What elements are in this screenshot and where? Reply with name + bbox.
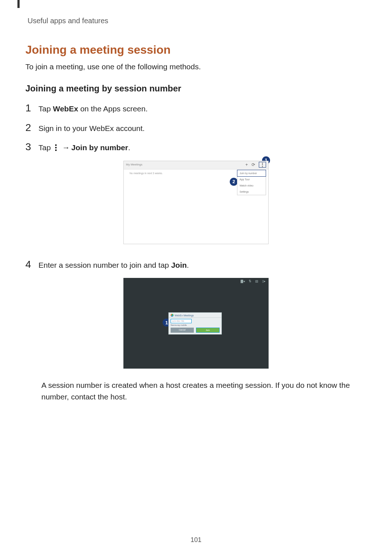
no-meetings-label: No meetings in next 3 weeks. [130, 172, 163, 175]
refresh-icon[interactable]: ⟳ [252, 162, 255, 167]
step4-pre: Enter a session number to join and tap [38, 261, 171, 269]
status-icon: ▤ [255, 279, 258, 283]
screenshot-header-title: My Meetings [126, 163, 142, 166]
add-icon[interactable]: + [245, 162, 248, 167]
step1-bold: WebEx [53, 104, 78, 113]
menu-item-app-tour[interactable]: App Tour [237, 176, 266, 182]
join-button[interactable]: Join [196, 328, 220, 333]
section-title: Joining a meeting session [25, 43, 367, 57]
page-number: 101 [0, 536, 392, 544]
step-number: 4 [25, 259, 38, 270]
section-lead: To join a meeting, use one of the follow… [25, 62, 367, 71]
webex-logo-icon [171, 314, 173, 317]
step-text: Sign in to your WebEx account. [38, 123, 145, 134]
screenshot-body: No meetings in next 3 weeks. 2 Join by n… [124, 169, 268, 244]
breadcrumb: Useful apps and features [28, 17, 367, 25]
overflow-menu-icon[interactable]: ⋮ [259, 162, 266, 168]
dialog-username: Samsung mobile [171, 324, 220, 326]
page-edge-mark [17, 0, 20, 8]
status-icon: ⇅ [249, 279, 252, 283]
overflow-menu: Join by number App Tour Watch video Sett… [237, 170, 266, 195]
step-text: Enter a session number to join and tap J… [38, 259, 189, 271]
menu-item-settings[interactable]: Settings [237, 189, 266, 195]
cancel-button[interactable]: Cancel [171, 328, 194, 333]
dialog-title: WebEx Meetings [169, 313, 221, 317]
step3-pre: Tap [38, 143, 53, 152]
screenshot-header: My Meetings + ⟳ ⋮ [124, 161, 268, 169]
step1-post: on the Apps screen. [78, 104, 147, 113]
screenshot-frame: My Meetings + ⟳ ⋮ No meetings in next 3 … [123, 161, 269, 244]
screenshot-header-icons: + ⟳ ⋮ [245, 162, 266, 168]
status-icon: ▇◂ [241, 279, 245, 283]
dialog-title-text: WebEx Meetings [175, 314, 194, 317]
status-bar: ▇◂ ⇅ ▤ ▯▸ [241, 279, 266, 283]
step-1: 1 Tap WebEx on the Apps screen. [25, 102, 367, 115]
dialog-buttons: Cancel Join [171, 328, 220, 333]
step-number: 1 [25, 102, 38, 114]
overflow-menu-icon [54, 144, 58, 151]
note-text: A session number is created when a host … [41, 379, 367, 402]
step4-bold: Join [171, 261, 187, 269]
callout-badge-2: 2 [230, 178, 238, 186]
divider [169, 317, 221, 318]
step-3: 3 Tap →Join by number. [25, 141, 367, 153]
step3-bold: Join by number [72, 143, 128, 152]
menu-item-watch-video[interactable]: Watch video [237, 182, 266, 189]
step3-post: . [128, 143, 130, 152]
page: Useful apps and features Joining a meeti… [0, 0, 392, 554]
step-number: 3 [25, 141, 38, 153]
step1-pre: Tap [38, 104, 53, 113]
subsection-title: Joining a meeting by session number [25, 83, 367, 94]
step-2: 2 Sign in to your WebEx account. [25, 122, 367, 134]
step-text: Tap →Join by number. [38, 142, 130, 153]
arrow-icon: → [61, 142, 72, 153]
screenshot-frame: ▇◂ ⇅ ▤ ▯▸ 1 2 WebEx Meetings 123 456 789… [123, 278, 269, 369]
status-icon: ▯▸ [262, 279, 266, 283]
session-number-input[interactable]: 123 456 789 [171, 319, 192, 323]
menu-item-join-by-number[interactable]: Join by number [237, 170, 266, 177]
steps-list: 1 Tap WebEx on the Apps screen. 2 Sign i… [25, 102, 367, 402]
join-dialog: WebEx Meetings 123 456 789 Samsung mobil… [168, 312, 222, 335]
step-number: 2 [25, 122, 38, 134]
step-text: Tap WebEx on the Apps screen. [38, 103, 148, 115]
screenshot-my-meetings: 1 My Meetings + ⟳ ⋮ No meetings in next … [123, 161, 269, 244]
screenshot-join-dialog: ▇◂ ⇅ ▤ ▯▸ 1 2 WebEx Meetings 123 456 789… [123, 278, 269, 369]
step4-post: . [187, 261, 189, 269]
step-4: 4 Enter a session number to join and tap… [25, 259, 367, 271]
